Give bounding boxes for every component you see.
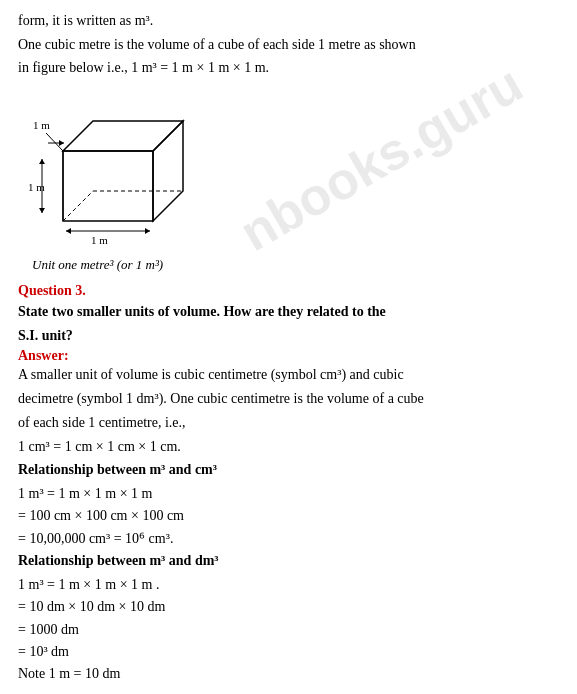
intro-line2: One cubic metre is the volume of a cube …	[18, 34, 559, 56]
cube-svg: 1 m 1 m 1 m	[28, 91, 228, 251]
answer3-label: Answer:	[18, 348, 559, 364]
rel2-line4: = 10³ dm	[18, 641, 559, 663]
answer3-line2: decimetre (symbol 1 dm³). One cubic cent…	[18, 388, 559, 410]
svg-marker-13	[39, 159, 45, 164]
rel2-line2: = 10 dm × 10 dm × 10 dm	[18, 596, 559, 618]
svg-marker-8	[59, 140, 64, 146]
svg-marker-0	[63, 151, 153, 221]
svg-text:1 m: 1 m	[33, 119, 50, 131]
svg-text:1 m: 1 m	[28, 181, 45, 193]
svg-marker-14	[39, 208, 45, 213]
question3-line2: S.I. unit?	[18, 325, 559, 347]
question3-label: Question 3.	[18, 283, 559, 299]
svg-marker-2	[153, 121, 183, 221]
cube-diagram: 1 m 1 m 1 m Unit one metre³ (or 1 m³)	[28, 91, 559, 273]
question3-section: Question 3. State two smaller units of v…	[18, 283, 559, 686]
svg-text:1 m: 1 m	[91, 234, 108, 246]
rel1-title: Relationship between m³ and cm³	[18, 459, 559, 481]
answer3-line4: 1 cm³ = 1 cm × 1 cm × 1 cm.	[18, 436, 559, 458]
rel2-title: Relationship between m³ and dm³	[18, 550, 559, 572]
rel2-line1: 1 m³ = 1 m × 1 m × 1 m .	[18, 574, 559, 596]
svg-marker-16	[66, 228, 71, 234]
rel1-line1: 1 m³ = 1 m × 1 m × 1 m	[18, 483, 559, 505]
question3-line1: State two smaller units of volume. How a…	[18, 301, 559, 323]
rel2-line5: Note 1 m = 10 dm	[18, 663, 559, 685]
rel2-line3: = 1000 dm	[18, 619, 559, 641]
answer3-line3: of each side 1 centimetre, i.e.,	[18, 412, 559, 434]
cube-caption: Unit one metre³ (or 1 m³)	[32, 257, 163, 273]
intro-line3: in figure below i.e., 1 m³ = 1 m × 1 m ×…	[18, 57, 559, 79]
svg-marker-17	[145, 228, 150, 234]
intro-line1: form, it is written as m³.	[18, 10, 559, 32]
rel1-line3: = 10,00,000 cm³ = 10⁶ cm³.	[18, 528, 559, 550]
svg-line-4	[63, 191, 93, 221]
svg-marker-1	[63, 121, 183, 151]
rel1-line2: = 100 cm × 100 cm × 100 cm	[18, 505, 559, 527]
answer3-line1: A smaller unit of volume is cubic centim…	[18, 364, 559, 386]
